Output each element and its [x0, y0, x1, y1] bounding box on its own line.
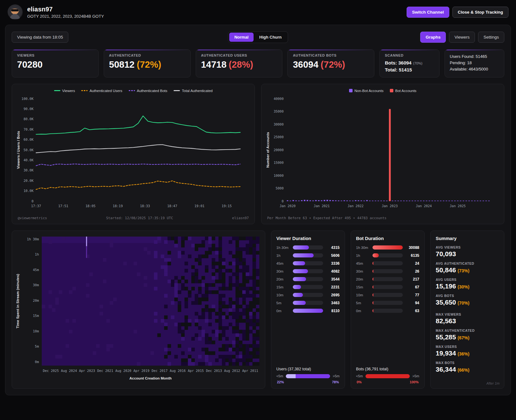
- tab-graphs[interactable]: Graphs: [420, 32, 446, 43]
- duration-row: 0m63: [356, 309, 419, 313]
- svg-text:30000: 30000: [273, 122, 284, 126]
- stat-card-viewers: VIEWERS 70280: [12, 49, 99, 77]
- duration-bar-fill: [372, 269, 373, 273]
- summary-label: MAX AUTHENTICATED: [436, 329, 499, 332]
- svg-text:30m: 30m: [33, 283, 39, 287]
- duration-bar-track: [293, 293, 323, 297]
- stat-pct: (28%): [229, 59, 253, 70]
- churn-mode-toggle: Normal High Churn: [228, 31, 288, 43]
- svg-text:Jan 2022: Jan 2022: [347, 204, 364, 208]
- svg-text:60.0K: 60.0K: [23, 138, 34, 141]
- duration-bar-track: [372, 301, 403, 305]
- duration-bar-fill: [293, 309, 323, 313]
- svg-text:Dec 2025: Dec 2025: [43, 369, 59, 373]
- mode-normal-button[interactable]: Normal: [229, 33, 254, 42]
- close-stop-tracking-button[interactable]: Close & Stop Tracking: [452, 7, 508, 18]
- svg-text:40000: 40000: [273, 96, 284, 100]
- duration-value: 3544: [326, 277, 340, 281]
- duration-row: 30m4082: [276, 269, 340, 274]
- duration-bar-fill: [372, 277, 373, 281]
- svg-text:80.0K: 80.0K: [23, 117, 34, 121]
- scanned-bots: Bots: 36094(70%): [385, 59, 434, 66]
- duration-value: 217: [405, 277, 419, 281]
- svg-text:10m: 10m: [33, 329, 39, 333]
- legend-label: Authenticated Users: [89, 89, 122, 93]
- summary-value: 70,093: [436, 250, 456, 257]
- summary-item: AVG AUTHENTICATED50,846(73%): [436, 262, 499, 274]
- svg-text:Jan 2021: Jan 2021: [314, 204, 330, 208]
- viewer-duration-rows: 1h 30m43151h560645m333630m408220m354415m…: [276, 245, 340, 317]
- duration-bar-track: [372, 269, 403, 273]
- summary-item: MAX AUTHENTICATED55,285(67%): [436, 329, 499, 341]
- mode-high-churn-button[interactable]: High Churn: [254, 33, 287, 42]
- switch-channel-button[interactable]: Switch Channel: [407, 7, 449, 18]
- summary-item: AVG VIEWERS70,093: [436, 245, 499, 258]
- split-right-segment: [296, 374, 330, 378]
- svg-text:17:51: 17:51: [58, 204, 68, 208]
- duration-label: 20m: [356, 277, 370, 281]
- legend-item[interactable]: Bot Accounts: [390, 89, 416, 93]
- duration-value: 2695: [326, 293, 340, 297]
- pending: Pending: 18: [450, 60, 499, 66]
- duration-row: 20m217: [356, 277, 419, 281]
- svg-text:20m: 20m: [33, 298, 39, 302]
- duration-bar-track: [293, 285, 323, 289]
- legend-item[interactable]: Viewers: [54, 89, 75, 93]
- svg-text:Viewers / Users / Bots: Viewers / Users / Bots: [16, 131, 20, 169]
- duration-value: 26: [405, 269, 419, 274]
- account-creation-panel: Non-Bot AccountsBot Accounts 05000100001…: [261, 84, 504, 224]
- account-creation-chart: 0500010000150002000025000300003500040000…: [265, 95, 494, 213]
- svg-text:18:05: 18:05: [85, 204, 95, 208]
- svg-text:35000: 35000: [273, 109, 284, 113]
- stat-card-scanned: SCANNED Bots: 36094(70%) Total: 51415: [379, 49, 439, 77]
- summary-label: MAX USERS: [436, 345, 499, 349]
- svg-text:15000: 15000: [273, 161, 284, 164]
- legend-swatch: [129, 90, 135, 91]
- viewing-data-button[interactable]: Viewing data from 18:05: [12, 32, 68, 43]
- split-right-label: >5m: [412, 374, 419, 378]
- summary-label: AVG VIEWERS: [436, 245, 499, 249]
- tab-viewers[interactable]: Viewers: [449, 32, 475, 43]
- svg-text:Jan 2020: Jan 2020: [280, 204, 296, 208]
- split-right-percent: 78%: [332, 380, 339, 384]
- channel-subtitle: GOTY 2021, 2022, 2023, 2024B4B GOTY: [27, 14, 104, 19]
- timeseries-footer: @viewermetrics Started: 12/08/2025 17:35…: [16, 214, 251, 221]
- duration-row: 20m3544: [276, 277, 340, 281]
- duration-label: 30m: [276, 269, 290, 273]
- legend-label: Non-Bot Accounts: [354, 89, 384, 93]
- split-right-percent: 100%: [410, 380, 419, 384]
- duration-bar-track: [372, 253, 403, 257]
- duration-bar-track: [372, 245, 403, 250]
- duration-value: 3463: [326, 301, 340, 305]
- duration-value: 63: [405, 309, 419, 313]
- duration-value: 2231: [326, 285, 340, 289]
- duration-label: 5m: [356, 301, 370, 305]
- legend-item[interactable]: Non-Bot Accounts: [349, 89, 384, 93]
- duration-split-row: <5m>5m: [276, 374, 340, 378]
- legend-item[interactable]: Authenticated Users: [81, 89, 122, 93]
- stat-value: 36094: [293, 59, 318, 70]
- duration-label: 5m: [276, 301, 290, 305]
- duration-bar-track: [372, 293, 403, 297]
- svg-text:50.0K: 50.0K: [23, 148, 34, 151]
- scanned-bots-pct: (70%): [413, 61, 422, 65]
- svg-text:20000: 20000: [273, 148, 284, 151]
- svg-text:Dec 2013: Dec 2013: [206, 369, 222, 373]
- legend-item[interactable]: Authenticated Bots: [129, 89, 168, 93]
- legend-item[interactable]: Total Authenticated: [174, 89, 212, 93]
- footer-handle: @viewermetrics: [18, 216, 47, 220]
- svg-text:5000: 5000: [276, 186, 284, 190]
- stat-label: AUTHENTICATED USERS: [201, 53, 277, 57]
- summary-label: AVG USERS: [436, 278, 499, 281]
- duration-bar-fill: [372, 293, 373, 297]
- summary-percent: (67%): [458, 335, 469, 340]
- summary-title: Summary: [436, 236, 499, 241]
- split-left-label: <5m: [356, 374, 363, 378]
- duration-split-percents: 0%100%: [356, 380, 419, 384]
- legend-swatch: [174, 90, 180, 91]
- summary-label: AVG AUTHENTICATED: [436, 262, 499, 265]
- tab-settings[interactable]: Settings: [478, 32, 504, 43]
- svg-text:0: 0: [282, 199, 284, 203]
- svg-text:Jan 2023: Jan 2023: [382, 204, 398, 208]
- stat-value: 50812: [109, 59, 135, 70]
